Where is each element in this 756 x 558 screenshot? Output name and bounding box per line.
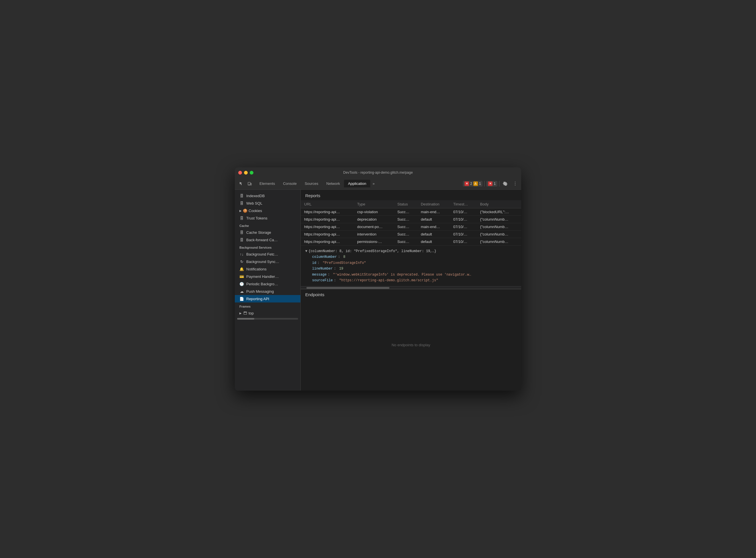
indexeddb-icon: 🗄 <box>239 194 244 198</box>
close-button[interactable] <box>238 171 242 175</box>
error2-badge-group: ✕ 1 <box>486 181 497 186</box>
toolbar-right: ✕ 2 ⚠ 1 ✕ 1 ⋮ <box>463 180 519 188</box>
json-value: "PrefixedStorageInfo" <box>323 260 366 266</box>
endpoints-section: Endpoints No endpoints to display <box>301 289 521 390</box>
cell-timestamp: 07/10/… <box>450 223 477 231</box>
sidebar-item-notifications[interactable]: 🔔 Notifications <box>235 265 300 273</box>
websql-icon: 🗄 <box>239 201 244 205</box>
cell-url: https://reporting-api… <box>301 208 353 216</box>
json-field-line: lineNumber : 19 <box>305 266 517 272</box>
cell-type: csp-violation <box>353 208 394 216</box>
cell-status: Succ… <box>394 208 417 216</box>
sidebar-item-websql[interactable]: 🗄 Web SQL <box>235 199 300 207</box>
error-count: 2 <box>470 182 472 186</box>
json-value: 19 <box>339 266 343 272</box>
json-value: 8 <box>343 254 345 260</box>
reportingapi-icon: 📄 <box>239 297 244 301</box>
json-field-line: id : "PrefixedStorageInfo" <box>305 260 517 266</box>
reports-table-container: URL Type Status Destination Timest… Body… <box>301 200 521 246</box>
main-content: Reports URL Type Status Destination Time… <box>301 190 521 390</box>
col-type: Type <box>353 200 394 208</box>
error-icon: ✕ <box>464 181 469 186</box>
col-body: Body <box>477 200 521 208</box>
sidebar-item-reportingapi[interactable]: 📄 Reporting API <box>235 295 300 302</box>
reports-title: Reports <box>301 190 521 200</box>
sidebar-scrollbar <box>237 318 298 320</box>
json-detail: ▼ {columnNumber: 8, id: "PrefixedStorage… <box>301 246 521 286</box>
cell-timestamp: 07/10/… <box>450 238 477 246</box>
cell-body: {"columnNumb… <box>477 216 521 223</box>
titlebar: DevTools - reporting-api-demo.glitch.me/… <box>235 168 521 178</box>
json-fields: columnNumber : 8 id : "PrefixedStorageIn… <box>305 254 517 283</box>
svg-rect-1 <box>250 183 251 185</box>
json-key: id <box>312 260 316 266</box>
cell-status: Succ… <box>394 231 417 238</box>
table-row[interactable]: https://reporting-api…permissions-…Succ…… <box>301 238 521 246</box>
sidebar-item-trusttokens[interactable]: 🗄 Trust Tokens <box>235 214 300 222</box>
tab-list: Elements Console Sources Network Applica… <box>255 180 461 187</box>
json-key: message <box>312 272 326 278</box>
json-value: "https://reporting-api-demo.glitch.me/sc… <box>339 278 438 283</box>
sidebar-item-push[interactable]: ☁ Push Messaging <box>235 287 300 295</box>
sidebar-item-cachestorage[interactable]: 🗄 Cache Storage <box>235 229 300 236</box>
traffic-lights <box>238 171 253 175</box>
backforward-icon: 🗄 <box>239 237 244 242</box>
device-icon[interactable] <box>246 180 254 188</box>
json-key: columnNumber <box>312 254 337 260</box>
minimize-button[interactable] <box>244 171 248 175</box>
table-row[interactable]: https://reporting-api…interventionSucc…d… <box>301 231 521 238</box>
sidebar-item-indexeddb[interactable]: 🗄 IndexedDB <box>235 192 300 199</box>
sidebar-item-bgsync[interactable]: ↻ Background Sync… <box>235 258 300 265</box>
cell-timestamp: 07/10/… <box>450 208 477 216</box>
sidebar-item-top[interactable]: ▶ 🗔 top <box>235 309 300 317</box>
maximize-button[interactable] <box>250 171 253 175</box>
window-title: DevTools - reporting-api-demo.glitch.me/… <box>343 171 413 175</box>
col-destination: Destination <box>417 200 449 208</box>
json-value: "'window.webkitStorageInfo' is deprecate… <box>333 272 471 278</box>
trusttokens-icon: 🗄 <box>239 216 244 220</box>
cell-type: intervention <box>353 231 394 238</box>
tab-sources[interactable]: Sources <box>301 180 322 187</box>
json-field-line: columnNumber : 8 <box>305 254 517 260</box>
cell-url: https://reporting-api… <box>301 216 353 223</box>
table-row[interactable]: https://reporting-api…document-po…Succ…m… <box>301 223 521 231</box>
cell-type: permissions-… <box>353 238 394 246</box>
inspect-icon[interactable] <box>237 180 245 188</box>
error-badge-group: ✕ 2 ⚠ 1 <box>463 181 483 186</box>
bgsync-icon: ↻ <box>239 259 244 264</box>
sidebar-item-payment[interactable]: 💳 Payment Handler… <box>235 273 300 280</box>
tab-overflow[interactable]: » <box>370 180 377 187</box>
settings-icon[interactable] <box>501 180 509 188</box>
periodicbg-icon: 🕐 <box>239 282 244 286</box>
endpoints-title: Endpoints <box>301 289 521 299</box>
cell-destination: default <box>417 238 449 246</box>
json-field-line: sourceFile : "https://reporting-api-demo… <box>305 278 517 283</box>
tab-network[interactable]: Network <box>322 180 344 187</box>
table-row[interactable]: https://reporting-api…csp-violationSucc…… <box>301 208 521 216</box>
cell-body: {"columnNumb… <box>477 238 521 246</box>
horizontal-scrollbar[interactable] <box>301 286 521 289</box>
cell-timestamp: 07/10/… <box>450 231 477 238</box>
json-triangle: ▼ <box>305 248 307 254</box>
tab-application[interactable]: Application <box>344 180 370 187</box>
cache-icon: 🗄 <box>239 230 244 235</box>
cell-destination: main-end… <box>417 208 449 216</box>
cell-type: document-po… <box>353 223 394 231</box>
error2-icon: ✕ <box>488 181 492 186</box>
tab-elements[interactable]: Elements <box>255 180 279 187</box>
more-icon[interactable]: ⋮ <box>511 180 519 188</box>
table-row[interactable]: https://reporting-api…deprecationSucc…de… <box>301 216 521 223</box>
sidebar: 🗄 IndexedDB 🗄 Web SQL ▶ 🍪 Cookies 🗄 Trus… <box>235 190 301 390</box>
cell-destination: default <box>417 216 449 223</box>
table-header-row: URL Type Status Destination Timest… Body <box>301 200 521 208</box>
cell-type: deprecation <box>353 216 394 223</box>
sidebar-item-bgfetch[interactable]: ↑↓ Background Fetc… <box>235 250 300 258</box>
tab-console[interactable]: Console <box>279 180 301 187</box>
scrollbar-thumb[interactable] <box>307 287 389 289</box>
cell-url: https://reporting-api… <box>301 238 353 246</box>
sidebar-item-cookies[interactable]: ▶ 🍪 Cookies <box>235 207 300 214</box>
sidebar-item-periodicbg[interactable]: 🕐 Periodic Backgro… <box>235 280 300 287</box>
bgfetch-icon: ↑↓ <box>239 252 244 256</box>
sidebar-item-backforward[interactable]: 🗄 Back-forward Ca… <box>235 236 300 244</box>
json-field-line: message : "'window.webkitStorageInfo' is… <box>305 272 517 278</box>
